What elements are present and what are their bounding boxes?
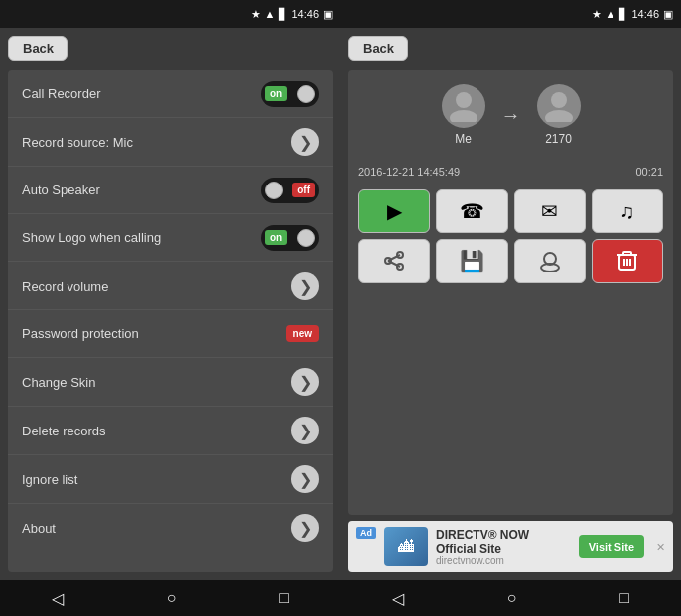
- setting-row-auto-speaker: Auto Speaker off: [8, 167, 333, 214]
- ignore-list-label: Ignore list: [22, 472, 77, 487]
- avatar-me: [442, 84, 485, 128]
- caller-me-name: Me: [455, 132, 472, 146]
- delete-records-arrow[interactable]: ❯: [291, 417, 319, 444]
- setting-row-password[interactable]: Password protection new: [8, 310, 333, 358]
- right-screen-icon: ▣: [663, 8, 673, 21]
- svg-point-1: [450, 110, 477, 122]
- record-volume-label: Record volume: [22, 279, 108, 294]
- auto-speaker-toggle[interactable]: off: [261, 178, 319, 203]
- left-signal-icon: ▋: [279, 8, 287, 21]
- right-back-button[interactable]: Back: [348, 36, 408, 61]
- setting-row-record-source[interactable]: Record source: Mic ❯: [8, 118, 333, 167]
- setting-row-ignore-list[interactable]: Ignore list ❯: [8, 455, 333, 504]
- left-panel: Back Call Recorder on Record source: Mic…: [0, 28, 340, 580]
- call-recorder-label: Call Recorder: [22, 86, 100, 101]
- ad-title: DIRECTV® NOW Official Site: [436, 528, 571, 555]
- right-signal-icon: ▋: [619, 8, 627, 21]
- toggle-on-label2: on: [265, 230, 287, 245]
- play-button[interactable]: ▶: [358, 189, 430, 233]
- show-logo-toggle[interactable]: on: [261, 225, 319, 251]
- about-arrow[interactable]: ❯: [291, 514, 319, 542]
- show-logo-label: Show Logo when calling: [22, 230, 161, 245]
- right-bt-icon: ★: [592, 8, 602, 21]
- auto-speaker-label: Auto Speaker: [22, 183, 100, 197]
- visit-site-button[interactable]: Visit Site: [579, 535, 644, 558]
- toggle-on-label: on: [265, 86, 287, 101]
- message-button[interactable]: ✉: [514, 189, 586, 233]
- call-card: Me → 2170 2016-12-21 14:45:49 00:21: [348, 70, 673, 515]
- ad-close-icon[interactable]: ✕: [656, 541, 665, 554]
- left-back-button[interactable]: Back: [8, 36, 68, 61]
- right-recent-nav-icon[interactable]: □: [619, 589, 629, 607]
- right-back-nav-icon[interactable]: ◁: [392, 589, 404, 608]
- left-status-bar: ★ ▲ ▋ 14:46 ▣: [0, 0, 340, 28]
- left-bt-icon: ★: [251, 8, 261, 21]
- share-button[interactable]: [358, 239, 430, 283]
- nav-bar: ◁ ○ □ ◁ ○ □: [0, 580, 681, 616]
- record-source-arrow[interactable]: ❯: [291, 128, 319, 156]
- call-duration: 00:21: [635, 166, 663, 178]
- record-volume-arrow[interactable]: ❯: [291, 272, 319, 300]
- svg-point-3: [545, 110, 573, 122]
- ad-text: DIRECTV® NOW Official Site directvnow.co…: [436, 528, 571, 566]
- svg-point-0: [456, 92, 472, 108]
- toggle-circle2: [297, 229, 315, 247]
- music-button[interactable]: ♫: [592, 189, 663, 233]
- setting-row-delete-records[interactable]: Delete records ❯: [8, 407, 333, 455]
- ad-badge: Ad: [356, 527, 376, 539]
- svg-rect-13: [623, 252, 631, 255]
- call-date: 2016-12-21 14:45:49: [358, 166, 460, 178]
- setting-row-show-logo: Show Logo when calling on: [8, 214, 333, 262]
- call-recorder-toggle[interactable]: on: [261, 81, 319, 107]
- ignore-list-arrow[interactable]: ❯: [291, 465, 319, 493]
- right-home-nav-icon[interactable]: ○: [507, 589, 517, 607]
- ad-thumbnail: 🏙: [384, 527, 428, 566]
- right-status-bar: ★ ▲ ▋ 14:46 ▣: [340, 0, 681, 28]
- left-wifi-icon: ▲: [265, 8, 276, 20]
- main-content: Back Call Recorder on Record source: Mic…: [0, 28, 681, 580]
- top-bar: ★ ▲ ▋ 14:46 ▣ ★ ▲ ▋ 14:46 ▣: [0, 0, 681, 28]
- caller-row: Me → 2170: [358, 84, 663, 154]
- caller-other-name: 2170: [545, 132, 572, 146]
- password-label: Password protection: [22, 326, 139, 341]
- new-badge: new: [286, 325, 319, 342]
- toggle-off-label: off: [292, 183, 315, 197]
- settings-list: Call Recorder on Record source: Mic ❯ Au…: [8, 70, 333, 572]
- right-nav: ◁ ○ □: [340, 580, 681, 616]
- action-grid: ▶ ☎ ✉ ♫ 💾: [358, 189, 663, 283]
- phone-button[interactable]: ☎: [436, 189, 507, 233]
- left-back-nav-icon[interactable]: ◁: [52, 589, 64, 608]
- toggle-circle: [297, 85, 315, 103]
- ad-url: directvnow.com: [436, 555, 571, 566]
- setting-row-call-recorder: Call Recorder on: [8, 70, 333, 118]
- save-button[interactable]: 💾: [436, 239, 507, 283]
- change-skin-label: Change Skin: [22, 375, 95, 390]
- svg-point-2: [551, 92, 567, 108]
- avatar-other: [537, 84, 581, 128]
- about-label: About: [22, 521, 56, 536]
- call-direction-arrow: →: [501, 104, 521, 127]
- delete-records-label: Delete records: [22, 424, 106, 438]
- setting-row-about[interactable]: About ❯: [8, 504, 333, 552]
- left-home-nav-icon[interactable]: ○: [167, 589, 177, 607]
- record-source-label: Record source: Mic: [22, 135, 133, 150]
- left-nav: ◁ ○ □: [0, 580, 340, 616]
- call-meta: 2016-12-21 14:45:49 00:21: [358, 162, 663, 182]
- ad-bar: Ad 🏙 DIRECTV® NOW Official Site directvn…: [348, 521, 673, 572]
- setting-row-record-volume[interactable]: Record volume ❯: [8, 262, 333, 310]
- left-screen-icon: ▣: [323, 8, 333, 21]
- setting-row-change-skin[interactable]: Change Skin ❯: [8, 358, 333, 407]
- record-button[interactable]: [514, 239, 586, 283]
- left-recent-nav-icon[interactable]: □: [279, 589, 289, 607]
- right-panel: Back Me →: [340, 28, 681, 580]
- delete-button[interactable]: [592, 239, 663, 283]
- right-time: 14:46: [631, 8, 659, 20]
- toggle-circle-off: [265, 182, 283, 199]
- right-wifi-icon: ▲: [606, 8, 616, 20]
- change-skin-arrow[interactable]: ❯: [291, 368, 319, 396]
- left-time: 14:46: [291, 8, 319, 20]
